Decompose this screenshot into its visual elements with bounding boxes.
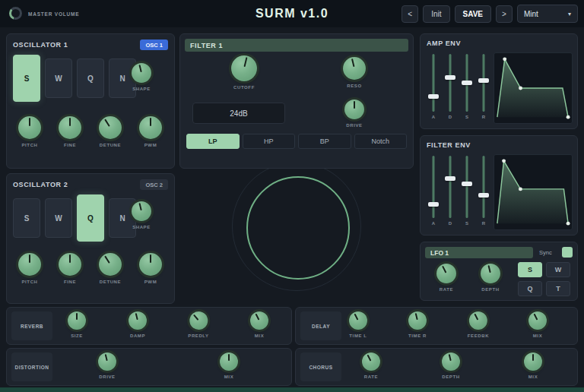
- lfo-sync-toggle[interactable]: [562, 247, 573, 258]
- filter-env-panel: FILTER ENV A D: [420, 135, 578, 236]
- knob-indicator: [18, 253, 41, 276]
- slider-track: [483, 54, 485, 112]
- delay-time-r: TIME R: [408, 311, 427, 338]
- chorus-rate-knob[interactable]: [362, 352, 380, 371]
- chorus-mix-knob[interactable]: [524, 352, 542, 371]
- knob-indicator: [59, 253, 81, 276]
- lfo-wave-t[interactable]: T: [546, 281, 570, 296]
- filter-type-bp[interactable]: BP: [298, 134, 351, 149]
- amp-env-release-slider[interactable]: [478, 54, 489, 112]
- distortion-mix-knob[interactable]: [220, 352, 238, 371]
- chorus-depth-knob[interactable]: [442, 352, 460, 371]
- filter-env-release-slider[interactable]: [478, 156, 489, 218]
- lfo-wave-s[interactable]: S: [518, 262, 542, 277]
- init-button[interactable]: Init: [423, 5, 449, 23]
- slider-handle[interactable]: [428, 94, 439, 99]
- filter1-panel: FILTER 1 CUTOFF RESO 24dB DRIVE LP HP BP…: [179, 33, 414, 169]
- osc2-pitch-label: PITCH: [22, 280, 38, 284]
- knob-indicator: [359, 349, 383, 374]
- osc2-pitch-knob[interactable]: [18, 253, 41, 276]
- delay-feedback-knob[interactable]: [469, 311, 487, 330]
- distortion-title: DISTORTION: [11, 352, 52, 381]
- lfo-wave-q[interactable]: Q: [518, 281, 542, 296]
- osc1-pitch-label: PITCH: [22, 143, 38, 147]
- osc2-wave-q[interactable]: Q: [77, 194, 104, 242]
- osc2-detune-knob[interactable]: [99, 253, 122, 276]
- osc1-fine: FINE: [59, 116, 81, 147]
- osc1-shape-knob[interactable]: [132, 63, 151, 83]
- osc1-pwm-knob[interactable]: [139, 116, 162, 139]
- slider-handle[interactable]: [445, 75, 455, 80]
- filter-type-hp[interactable]: HP: [243, 134, 296, 149]
- filter-drive-knob[interactable]: [344, 100, 364, 119]
- slider-handle[interactable]: [478, 78, 489, 83]
- osc2-fine-knob[interactable]: [59, 253, 81, 276]
- reverb-size: SIZE: [68, 311, 86, 338]
- reverb-damp-knob[interactable]: [129, 311, 147, 330]
- reverb-predelay: PREDLY: [188, 311, 208, 338]
- osc2-shape-knob[interactable]: [132, 201, 151, 221]
- distortion-drive: DRIVE: [98, 352, 116, 379]
- slider-handle[interactable]: [428, 202, 439, 207]
- slider-handle[interactable]: [462, 81, 472, 85]
- bottom-strip: [0, 387, 584, 392]
- osc2-wave-s[interactable]: S: [13, 198, 40, 238]
- osc1-wave-w[interactable]: W: [45, 58, 72, 98]
- lfo-wave-w[interactable]: W: [546, 262, 570, 277]
- knob-indicator: [139, 253, 162, 276]
- knob-indicator: [346, 308, 370, 333]
- filter-env-decay-slider[interactable]: [445, 156, 455, 218]
- distortion-drive-knob[interactable]: [98, 352, 116, 371]
- osc1-fine-knob[interactable]: [59, 116, 81, 139]
- delay-mix-knob[interactable]: [528, 311, 547, 330]
- filter-env-attack-slider[interactable]: [428, 156, 439, 218]
- osc1-detune-knob[interactable]: [99, 116, 122, 139]
- knob-indicator: [94, 112, 125, 143]
- filter-env-display: [494, 154, 573, 230]
- filter-env-decay: D: [445, 156, 455, 226]
- reverb-size-knob[interactable]: [68, 311, 86, 330]
- save-button[interactable]: SAVE: [455, 5, 492, 23]
- filter-reso-knob[interactable]: [343, 57, 366, 80]
- slider-handle[interactable]: [462, 182, 472, 186]
- filter-cutoff-knob[interactable]: [231, 55, 257, 81]
- slider-handle[interactable]: [445, 176, 455, 181]
- lfo-rate-knob[interactable]: [436, 264, 456, 283]
- osc2-fine: FINE: [59, 253, 81, 284]
- osc1-pitch-knob[interactable]: [18, 116, 41, 139]
- osc1-wave-s[interactable]: S: [13, 55, 40, 102]
- amp-env-sustain-slider[interactable]: [462, 54, 472, 112]
- osc2-pwm-knob[interactable]: [139, 253, 162, 276]
- amp-env-attack-slider[interactable]: [428, 54, 439, 112]
- reverb-predelay-knob[interactable]: [189, 311, 208, 330]
- filter-env-sustain-slider[interactable]: [462, 156, 472, 218]
- filter-type-notch[interactable]: Notch: [354, 134, 408, 149]
- delay-time-r-knob[interactable]: [408, 311, 427, 330]
- reverb-mix-knob[interactable]: [250, 311, 268, 330]
- knob-indicator: [220, 352, 238, 371]
- chorus-mix: MIX: [524, 352, 542, 379]
- lfo1-header: LFO 1: [425, 247, 533, 258]
- osc1-detune-label: DETUNE: [100, 143, 121, 147]
- filter-env-title: FILTER ENV: [427, 141, 471, 149]
- lfo-depth-knob[interactable]: [481, 264, 500, 283]
- osc2-wave-w[interactable]: W: [45, 198, 72, 238]
- filter-reso: RESO: [343, 57, 366, 88]
- delay-mix-label: MIX: [533, 334, 542, 338]
- delay-panel: DELAY TIME L TIME R FEEDBK MIX: [295, 307, 578, 345]
- osc1-wave-q[interactable]: Q: [77, 58, 104, 98]
- amp-env-title: AMP ENV: [427, 40, 461, 47]
- prev-preset-button[interactable]: <: [402, 5, 418, 23]
- filter-env-decay-label: D: [449, 221, 452, 226]
- filter-type-lp[interactable]: LP: [186, 134, 240, 149]
- delay-time-l-knob[interactable]: [349, 311, 367, 330]
- xy-pad[interactable]: [246, 176, 350, 280]
- amp-env-decay-slider[interactable]: [445, 54, 455, 112]
- knob-indicator: [229, 53, 260, 84]
- preset-select[interactable]: Mint ▾: [517, 5, 578, 23]
- slider-handle[interactable]: [478, 193, 489, 198]
- next-preset-button[interactable]: >: [496, 5, 513, 23]
- master-volume-knob[interactable]: [9, 7, 22, 20]
- filter-slope-select[interactable]: 24dB: [192, 103, 285, 124]
- filter-env-curve: [494, 155, 572, 229]
